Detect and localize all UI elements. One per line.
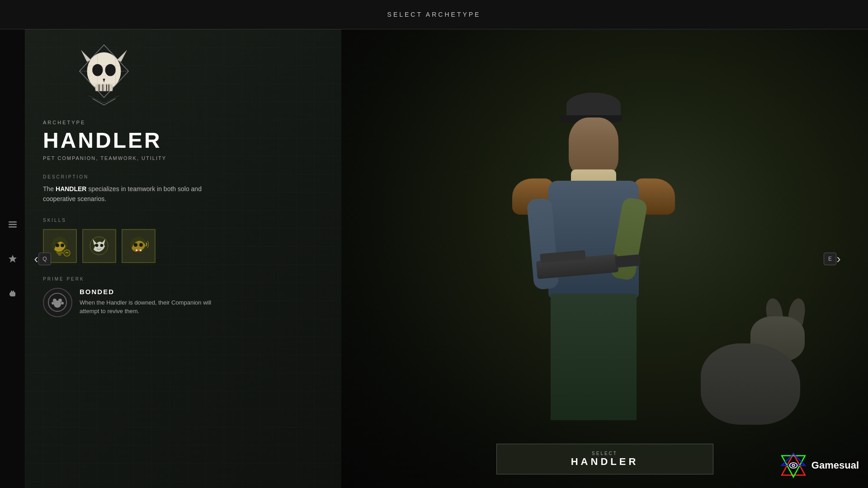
svg-point-24 <box>61 251 63 253</box>
svg-point-33 <box>134 243 137 247</box>
fist-icon[interactable] <box>5 285 21 301</box>
svg-point-39 <box>53 299 57 302</box>
star-icon[interactable] <box>5 251 21 267</box>
svg-rect-5 <box>13 291 14 293</box>
perk-description: When the Handler is downed, their Compan… <box>80 298 224 316</box>
select-archetype-button[interactable]: SELECT HANDLER <box>496 444 713 474</box>
svg-point-9 <box>92 64 103 76</box>
svg-rect-1 <box>9 224 17 225</box>
perk-icon <box>43 288 72 317</box>
archetype-label: ARCHETYPE <box>43 120 323 125</box>
char-cap <box>566 93 621 117</box>
description-highlight: HANDLER <box>56 185 86 192</box>
perk-info: BONDED When the Handler is downed, their… <box>80 288 323 316</box>
character-figure <box>481 99 707 461</box>
char-legs <box>551 294 637 420</box>
svg-point-48 <box>793 465 794 466</box>
nav-previous-button[interactable]: ‹ <box>25 248 47 270</box>
prime-perk-row: BONDED When the Handler is downed, their… <box>43 288 323 317</box>
prime-perk-label: PRIME PERK <box>43 277 323 282</box>
svg-point-10 <box>105 64 116 76</box>
select-button-label: SELECT <box>592 451 618 456</box>
svg-point-25 <box>64 250 70 256</box>
page-title: SELECT ARCHETYPE <box>387 11 481 18</box>
archetype-tags: PET COMPANION, TEAMWORK, UTILITY <box>43 155 323 161</box>
char-head <box>569 117 618 176</box>
left-arrow-icon: ‹ <box>34 252 38 266</box>
character-body <box>481 99 707 461</box>
select-button-name: HANDLER <box>571 456 639 468</box>
archetype-name: HANDLER <box>43 128 323 153</box>
description-label: DESCRIPTION <box>43 174 323 179</box>
svg-point-34 <box>139 243 143 247</box>
svg-point-42 <box>61 302 64 305</box>
skill-icon-2[interactable] <box>82 229 116 263</box>
top-bar: SELECT ARCHETYPE <box>0 0 868 29</box>
side-icons <box>0 29 25 488</box>
skills-label: SKILLS <box>43 218 323 223</box>
svg-rect-0 <box>9 221 17 223</box>
svg-point-41 <box>52 302 54 305</box>
skills-row <box>43 229 323 263</box>
info-panel: ARCHETYPE HANDLER PET COMPANION, TEAMWOR… <box>25 29 341 488</box>
svg-point-20 <box>56 244 59 247</box>
svg-rect-4 <box>11 291 12 293</box>
description-text: The HANDLER specializes in teamwork in b… <box>43 184 215 204</box>
nav-next-button[interactable]: › <box>827 248 850 270</box>
svg-rect-35 <box>136 249 137 251</box>
right-arrow-icon: › <box>836 252 840 266</box>
dog-body <box>701 343 800 425</box>
watermark-logo <box>780 452 807 479</box>
svg-point-8 <box>87 52 121 90</box>
character-viewport <box>341 29 868 488</box>
main-area: ARCHETYPE HANDLER PET COMPANION, TEAMWOR… <box>0 29 868 488</box>
svg-point-23 <box>57 251 59 253</box>
archetype-logo <box>70 43 138 111</box>
skill-icon-3[interactable] <box>122 229 156 263</box>
perk-name: BONDED <box>80 288 323 296</box>
dog-companion <box>687 294 814 452</box>
svg-point-21 <box>61 244 64 247</box>
svg-point-40 <box>58 299 62 302</box>
watermark: Gamesual <box>780 452 859 479</box>
svg-point-28 <box>95 244 99 247</box>
svg-rect-11 <box>95 84 113 91</box>
list-icon[interactable] <box>5 216 21 233</box>
svg-rect-6 <box>9 293 11 296</box>
svg-rect-36 <box>140 249 142 251</box>
watermark-text: Gamesual <box>811 460 859 471</box>
svg-rect-2 <box>9 226 17 228</box>
